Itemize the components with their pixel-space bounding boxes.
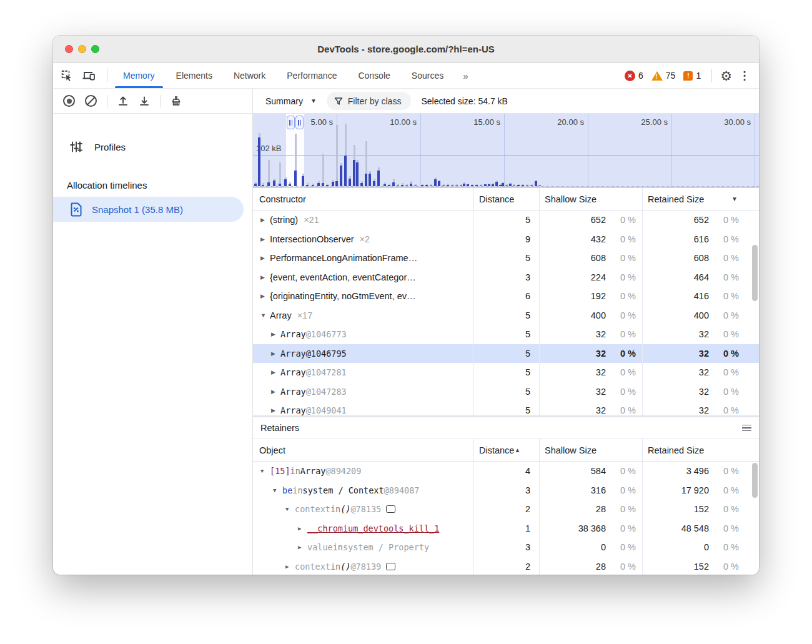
expander-icon[interactable]: ▶ [260,293,270,299]
tab-sources[interactable]: Sources [401,63,454,88]
live-bar [530,186,533,186]
expander-icon[interactable]: ▶ [271,369,280,375]
hamburger-menu-icon[interactable] [742,425,751,432]
live-bar [369,174,371,186]
column-header-shallow-size[interactable]: Shallow Size [539,188,642,210]
expander-icon[interactable]: ▼ [260,312,270,319]
expander-icon[interactable]: ▼ [285,506,295,512]
table-row[interactable]: ▶Array @10467735320 %320 % [253,325,759,344]
zoom-window-button[interactable] [91,45,99,53]
tab-memory[interactable]: Memory [112,63,166,88]
distance-cell: 5 [473,249,539,268]
expander-icon[interactable]: ▶ [298,525,307,532]
table-row[interactable]: ▶PerformanceLongAnimationFrame…56080 %60… [253,249,759,268]
table-row[interactable]: ▼be in system / Context @89408733160 %17… [253,481,759,500]
table-row[interactable]: ▼context in () @781352280 %1520 % [253,500,759,519]
column-header-distance[interactable]: Distance▲ [473,439,539,461]
profiles-label: Profiles [94,142,126,152]
table-row[interactable]: ▶{event, eventAction, eventCategor…32240… [253,268,759,287]
kebab-menu-icon[interactable]: ⋮ [738,70,750,81]
issues-badge[interactable]: ! 1 [683,71,701,81]
profiles-header[interactable]: Profiles [53,135,252,159]
column-header-distance[interactable]: Distance [473,188,539,210]
tab-network[interactable]: Network [223,63,276,88]
retained-size-cell: 1520 % [642,500,759,519]
vertical-scrollbar-thumb[interactable] [752,245,758,301]
table-row[interactable]: ▶__chromium_devtools_kill_1138 3680 %48 … [253,519,759,538]
constructor-cell: ▼Array×17 [253,306,473,325]
perspective-select[interactable]: Summary ▼ [262,94,320,109]
expander-icon[interactable]: ▶ [298,544,307,550]
record-heap-icon[interactable] [63,95,75,107]
table-row[interactable]: ▶Array @10467955320 %320 % [253,344,759,364]
live-bar [438,181,440,186]
live-bar [517,185,520,186]
live-bar [302,176,304,186]
expander-icon[interactable]: ▶ [260,217,270,223]
expander-icon[interactable]: ▶ [285,563,295,570]
allocated-bar [279,162,281,186]
expander-icon[interactable]: ▶ [260,236,270,242]
shallow-size-cell: 320 % [539,344,642,364]
table-row[interactable]: ▼Array×1754000 %4000 % [253,306,759,325]
table-row[interactable]: ▶context in () @781392280 %1520 % [253,557,759,575]
more-tabs-button[interactable]: » [454,63,476,88]
table-row[interactable]: ▶(string)×2156520 %6520 % [253,211,759,230]
distance-cell: 5 [473,325,539,344]
live-bar [455,186,458,186]
table-row[interactable]: ▼[15] in Array @89420945840 %3 4960 % [253,462,759,481]
column-header-retained-size[interactable]: Retained Size ▼ [642,188,759,210]
tab-elements[interactable]: Elements [166,63,223,88]
expander-icon[interactable]: ▶ [260,255,270,261]
table-row[interactable]: ▶Array @10472815320 %320 % [253,363,759,382]
column-header-shallow-size[interactable]: Shallow Size [539,439,642,461]
column-header-constructor[interactable]: Constructor [253,188,473,210]
expander-icon[interactable]: ▶ [271,389,280,395]
live-bar [405,186,408,186]
expander-icon[interactable]: ▼ [273,487,282,493]
divider [107,95,107,107]
vertical-scrollbar-thumb[interactable] [752,463,758,498]
device-toolbar-icon[interactable] [82,70,96,81]
expander-icon[interactable]: ▶ [260,274,270,280]
expander-icon[interactable]: ▶ [271,407,280,414]
live-bar [262,185,264,186]
table-row[interactable]: ▶{originatingEntity, noGtmEvent, ev…6192… [253,287,759,306]
allocation-timeline-chart[interactable]: 5.00 s10.00 s15.00 s20.00 s25.00 s30.00 … [253,114,759,188]
table-row[interactable]: ▶Array @10490415320 %320 % [253,401,759,415]
live-bar [535,181,537,186]
clear-icon[interactable] [85,95,97,107]
live-bar [488,184,490,186]
selection-handle-left[interactable] [287,116,295,129]
expander-icon[interactable]: ▼ [260,468,270,474]
constructor-table-header: Constructor Distance Shallow Size Retain… [253,188,759,211]
inspect-element-icon[interactable] [61,69,73,82]
minimize-window-button[interactable] [78,45,86,53]
save-profile-icon[interactable] [139,96,150,107]
live-bar [425,185,428,186]
retained-size-cell: 17 9200 % [642,481,759,500]
sidebar-item-snapshot-1[interactable]: Snapshot 1 (35.8 MB) [53,197,244,222]
table-row[interactable]: ▶Array @10472835320 %320 % [253,382,759,402]
live-bar [526,186,528,186]
table-row[interactable]: ▶value in system / Property300 %00 % [253,538,759,557]
console-warnings-badge[interactable]: 75 [651,71,676,81]
filter-by-class-input[interactable]: Filter by class [327,92,412,110]
perspective-value: Summary [265,96,303,106]
load-profile-icon[interactable] [117,96,129,107]
tab-performance[interactable]: Performance [276,63,347,88]
tab-console[interactable]: Console [347,63,400,88]
close-window-button[interactable] [65,45,73,53]
distance-cell: 6 [473,287,539,306]
table-row[interactable]: ▶IntersectionObserver×294320 %6160 % [253,230,759,249]
expander-icon[interactable]: ▶ [271,350,280,357]
selection-handle-right[interactable] [295,116,304,129]
live-bar [258,137,260,186]
expander-icon[interactable]: ▶ [271,331,280,337]
column-header-object[interactable]: Object [253,439,473,461]
live-bar [267,182,270,186]
console-errors-badge[interactable]: ✕ 6 [625,71,643,81]
column-header-retained-size[interactable]: Retained Size [642,439,759,461]
settings-gear-icon[interactable]: ⚙ [720,69,732,82]
delete-profiles-brush-icon[interactable] [171,95,182,107]
